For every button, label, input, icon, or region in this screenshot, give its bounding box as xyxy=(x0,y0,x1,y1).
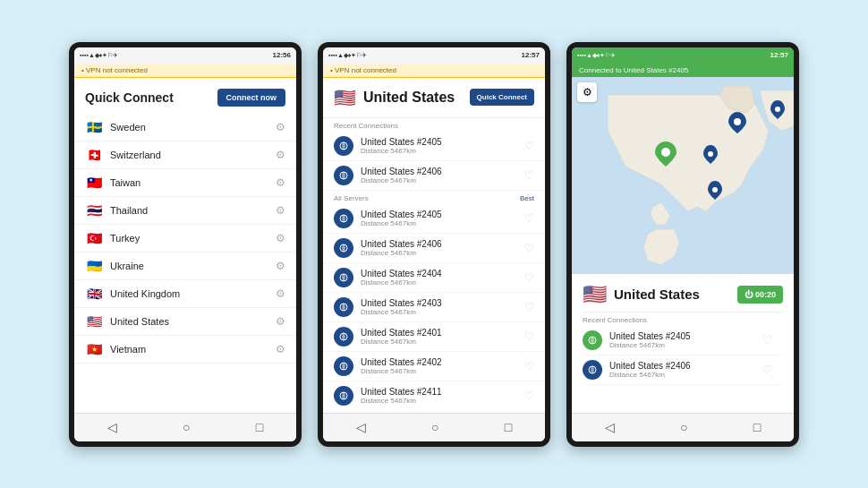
server-3-recent-2[interactable]: United States #2406 Distance 5467km ♡ xyxy=(583,355,783,385)
recent-connections-label-2: Recent Connections xyxy=(323,118,545,132)
heart-icon-a2[interactable]: ♡ xyxy=(524,242,534,254)
gear-icon-ukraine[interactable]: ⚙ xyxy=(276,260,285,272)
server-all-7[interactable]: United States #2411 Distance 5467km ♡ xyxy=(323,381,545,410)
flag-us-3: 🇺🇸 xyxy=(583,283,607,306)
selected-country-info: 🇺🇸 United States xyxy=(334,87,455,108)
gear-icon-taiwan[interactable]: ⚙ xyxy=(276,176,285,189)
heart-icon-3-1[interactable]: ♡ xyxy=(762,334,772,347)
server-recent-1[interactable]: United States #2405 Distance 5467km ♡ xyxy=(323,132,545,161)
server-info-2: United States #2406 Distance 5467km xyxy=(361,167,524,184)
nav-recents-1[interactable]: □ xyxy=(256,420,263,434)
country-list-1: 🇸🇪 Sweden ⚙ 🇨🇭 Switzerland ⚙ 🇹🇼 Taiwan ⚙… xyxy=(74,114,296,364)
gear-icon-vietnam[interactable]: ⚙ xyxy=(276,343,285,355)
nav-bar-2: ◁ ○ □ xyxy=(323,413,545,441)
gear-icon-turkey[interactable]: ⚙ xyxy=(276,232,285,244)
server-icon-a7 xyxy=(334,386,353,406)
gear-icon-sweden[interactable]: ⚙ xyxy=(276,121,285,133)
heart-icon-r2[interactable]: ♡ xyxy=(524,169,534,182)
nav-home-1[interactable]: ○ xyxy=(183,420,190,434)
country-item-taiwan[interactable]: 🇹🇼 Taiwan ⚙ xyxy=(74,169,296,197)
server-all-5[interactable]: United States #2401 Distance 5467km ♡ xyxy=(323,322,545,352)
country-name-sweden: Sweden xyxy=(110,122,276,133)
gear-icon-us[interactable]: ⚙ xyxy=(276,315,285,328)
server-all-1[interactable]: United States #2405 Distance 5467km ♡ xyxy=(323,204,545,234)
phone-2-screen: ⤢ ✕ ▪▪▪▪▲◆♦✦⚐✈ 12:57 • VPN not connected… xyxy=(323,47,545,441)
heart-icon-a1[interactable]: ♡ xyxy=(524,212,534,225)
heart-icon-3-2[interactable]: ♡ xyxy=(762,364,772,376)
status-time-3: 12:57 xyxy=(770,51,788,59)
status-bar-1: ▪▪▪▪▲◆♦✦⚐✈ 12:56 xyxy=(74,47,296,64)
heart-icon-r1[interactable]: ♡ xyxy=(524,140,534,152)
phone-3: ⤢ ✕ ▪▪▪▪▲◆♦✦⚐✈ 12:57 Connected to United… xyxy=(566,42,799,447)
country-item-switzerland[interactable]: 🇨🇭 Switzerland ⚙ xyxy=(74,141,296,169)
server-icon-a2 xyxy=(334,238,353,258)
server-all-2[interactable]: United States #2406 Distance 5467km ♡ xyxy=(323,234,545,263)
server-recent-2[interactable]: United States #2406 Distance 5467km ♡ xyxy=(323,161,545,191)
server-info-a5: United States #2401 Distance 5467km xyxy=(361,328,524,346)
nav-home-3[interactable]: ○ xyxy=(680,420,687,434)
flag-turkey: 🇹🇷 xyxy=(85,232,103,244)
server-info-a2: United States #2406 Distance 5467km xyxy=(361,239,524,257)
disconnect-button[interactable]: ⏻ 00:20 xyxy=(737,286,783,304)
country-name-ukraine: Ukraine xyxy=(110,261,276,271)
country-row-3: 🇺🇸 United States ⏻ 00:20 xyxy=(583,274,783,312)
flag-taiwan: 🇹🇼 xyxy=(85,176,103,189)
bottom-panel-3: 🇺🇸 United States ⏻ 00:20 Recent Connecti… xyxy=(572,274,794,385)
quick-connect-button[interactable]: Quick Connect xyxy=(470,89,534,106)
all-servers-header: All Servers Best xyxy=(323,191,545,204)
vpn-status-2: • VPN not connected xyxy=(323,64,545,78)
heart-icon-a3[interactable]: ♡ xyxy=(524,271,534,284)
gear-icon-thailand[interactable]: ⚙ xyxy=(276,204,285,217)
vpn-connected-3: Connected to United States #2405 xyxy=(572,64,794,77)
nav-recents-2[interactable]: □ xyxy=(505,420,512,434)
country-item-vietnam[interactable]: 🇻🇳 Vietnam ⚙ xyxy=(74,336,296,364)
country-item-uk[interactable]: 🇬🇧 United Kingdom ⚙ xyxy=(74,280,296,308)
status-time-1: 12:56 xyxy=(273,51,291,59)
connect-now-button[interactable]: Connect now xyxy=(217,89,286,107)
country-item-turkey[interactable]: 🇹🇷 Turkey ⚙ xyxy=(74,225,296,253)
quick-connect-header: Quick Connect Connect now xyxy=(74,78,296,114)
gear-icon-switzerland[interactable]: ⚙ xyxy=(276,149,285,161)
country-item-ukraine[interactable]: 🇺🇦 Ukraine ⚙ xyxy=(74,253,296,280)
server-all-6[interactable]: United States #2402 Distance 5467km ♡ xyxy=(323,352,545,381)
heart-icon-a6[interactable]: ♡ xyxy=(524,360,534,372)
nav-back-1[interactable]: ◁ xyxy=(107,420,117,434)
heart-icon-a4[interactable]: ♡ xyxy=(524,301,534,313)
server-icon-a3 xyxy=(334,268,353,287)
server-dist-a2: Distance 5467km xyxy=(361,249,524,257)
server-3-recent-1[interactable]: United States #2405 Distance 5467km ♡ xyxy=(583,326,783,355)
heart-icon-a5[interactable]: ♡ xyxy=(524,330,534,343)
status-bar-3: ▪▪▪▪▲◆♦✦⚐✈ 12:57 xyxy=(572,47,794,64)
country-item-sweden[interactable]: 🇸🇪 Sweden ⚙ xyxy=(74,114,296,141)
country-name-us-1: United States xyxy=(110,316,276,327)
quick-connect-title: Quick Connect xyxy=(85,90,174,105)
map-svg xyxy=(572,77,794,274)
nav-home-2[interactable]: ○ xyxy=(431,420,438,434)
best-label: Best xyxy=(520,194,534,202)
server-icon-3-1 xyxy=(583,330,602,350)
gear-map-button[interactable]: ⚙ xyxy=(577,82,597,102)
server-info-a6: United States #2402 Distance 5467km xyxy=(361,357,524,375)
flag-thailand: 🇹🇭 xyxy=(85,204,103,217)
flag-vietnam: 🇻🇳 xyxy=(85,343,103,355)
server-3-dist-1: Distance 5467km xyxy=(609,341,762,349)
server-all-4[interactable]: United States #2403 Distance 5467km ♡ xyxy=(323,293,545,322)
nav-back-3[interactable]: ◁ xyxy=(605,420,615,434)
flag-ukraine: 🇺🇦 xyxy=(85,260,103,272)
server-icon-3-2 xyxy=(583,360,602,380)
heart-icon-a7[interactable]: ♡ xyxy=(524,390,534,402)
gear-icon-uk[interactable]: ⚙ xyxy=(276,287,285,300)
nav-bar-3: ◁ ○ □ xyxy=(572,413,794,441)
country-item-thailand[interactable]: 🇹🇭 Thailand ⚙ xyxy=(74,197,296,225)
flag-us-1: 🇺🇸 xyxy=(85,315,103,328)
flag-switzerland: 🇨🇭 xyxy=(85,149,103,161)
country-name-uk: United Kingdom xyxy=(110,288,276,299)
nav-back-2[interactable]: ◁ xyxy=(356,420,366,434)
server-all-3[interactable]: United States #2404 Distance 5467km ♡ xyxy=(323,263,545,293)
country-name-taiwan: Taiwan xyxy=(110,177,276,188)
selected-country-name: United States xyxy=(363,90,455,106)
country-item-us[interactable]: 🇺🇸 United States ⚙ xyxy=(74,308,296,336)
phone-1: ⤢ ✕ ▪▪▪▪▲◆♦✦⚐✈ 12:56 • VPN not connected… xyxy=(69,42,302,447)
nav-recents-3[interactable]: □ xyxy=(753,420,761,434)
svg-point-19 xyxy=(775,107,780,112)
